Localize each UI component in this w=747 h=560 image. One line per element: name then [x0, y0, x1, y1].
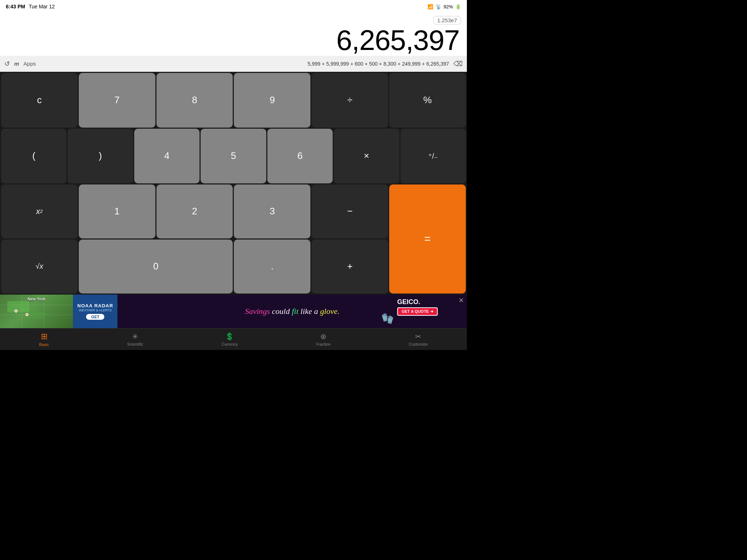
tab-currency[interactable]: 💲 Currency [216, 331, 244, 348]
button-2[interactable]: 2 [156, 184, 233, 238]
tab-fraction-label: Fraction [316, 342, 330, 346]
battery-label: 92% [444, 4, 453, 9]
ad-close-button[interactable]: ✕ [457, 296, 465, 305]
tab-scientific-label: Scientific [127, 342, 143, 346]
expression-text: 5,999 + 5,999,999 + 600 + 500 + 8,300 + … [40, 61, 449, 67]
button-0[interactable]: 0 [79, 240, 233, 293]
button-row-2: ( ) 4 5 6 × ⁺/₋ [1, 129, 466, 183]
scientific-notation: 1.253e7 [433, 16, 461, 24]
divide-button[interactable]: ÷ [311, 73, 388, 128]
tab-scientific[interactable]: ✳ Scientific [121, 331, 149, 348]
gloves-icon: 🧤 [381, 312, 394, 324]
percent-button[interactable]: % [389, 73, 466, 128]
status-time: 6:43 PM [6, 4, 25, 9]
tab-scientific-icon: ✳ [132, 332, 138, 341]
button-6[interactable]: 6 [267, 129, 333, 183]
noaa-subtitle: WEATHER & ALERTS [79, 308, 112, 312]
tab-customize-icon: ✂ [415, 332, 421, 341]
add-button[interactable]: + [311, 240, 388, 293]
tab-basic-label: Basic [39, 342, 49, 347]
status-bar: 6:43 PM Tue Mar 12 📶 📡 92% 🔋 [0, 0, 467, 13]
decimal-button[interactable]: . [234, 240, 310, 293]
button-rows-3-4: x2123−=√x0.+ [1, 184, 466, 294]
button-grid: c 7 8 9 ÷ % ( ) 4 5 6 × ⁺/₋ x2123−=√x0.+ [0, 72, 467, 295]
multiply-button[interactable]: × [334, 129, 399, 183]
sqrt-button[interactable]: √x [1, 240, 78, 293]
battery-icon: 🔋 [455, 4, 461, 9]
button-9[interactable]: 9 [234, 73, 310, 128]
main-display: 6,265,397 [336, 26, 461, 54]
button-1[interactable]: 1 [79, 184, 155, 238]
tab-fraction-icon: ⊛ [320, 332, 326, 341]
backspace-button[interactable]: ⌫ [453, 60, 462, 68]
noaa-get-button[interactable]: GET [86, 314, 105, 320]
button-row-1: c 7 8 9 ÷ % [1, 73, 466, 128]
clear-button[interactable]: c [1, 73, 78, 128]
ad-map[interactable]: New York [0, 295, 73, 328]
geico-logo: GEICO. GET A QUOTE ➔ [397, 298, 438, 316]
app-container: 6:43 PM Tue Mar 12 📶 📡 92% 🔋 1.253e7 6,2… [0, 0, 467, 350]
tab-fraction[interactable]: ⊛ Fraction [310, 331, 336, 348]
tab-customize-label: Customize [409, 342, 428, 346]
geico-quote-button[interactable]: GET A QUOTE ➔ [397, 307, 438, 316]
plus-minus-button[interactable]: ⁺/₋ [400, 129, 466, 183]
subtract-button[interactable]: − [311, 184, 388, 238]
memory-button[interactable]: m [14, 61, 19, 67]
map-dot-2 [26, 313, 28, 316]
apps-button[interactable]: Apps [23, 61, 36, 67]
ad-banner: New York NOAA RADAR WEATHER & ALERTS GET… [0, 295, 467, 328]
button-8[interactable]: 8 [156, 73, 233, 128]
expression-bar: ↺ m Apps 5,999 + 5,999,999 + 600 + 500 +… [0, 56, 467, 72]
open-paren-button[interactable]: ( [1, 129, 66, 183]
button-7[interactable]: 7 [79, 73, 155, 128]
ad-noaa[interactable]: NOAA RADAR WEATHER & ALERTS GET [73, 295, 117, 328]
close-paren-button[interactable]: ) [67, 129, 133, 183]
button-4[interactable]: 4 [134, 129, 200, 183]
tab-currency-icon: 💲 [225, 332, 234, 341]
status-date: Tue Mar 12 [29, 4, 55, 9]
tab-basic-icon: ⊞ [41, 332, 47, 341]
display-area: 1.253e7 6,265,397 [0, 13, 467, 56]
history-icon[interactable]: ↺ [4, 60, 10, 68]
ad-geico[interactable]: Savings could fit like a glove. GEICO. G… [117, 295, 467, 328]
map-dot-1 [15, 310, 18, 312]
equals-button[interactable]: = [389, 184, 466, 294]
tab-currency-label: Currency [221, 342, 238, 346]
signal-icon: 📶 [427, 4, 433, 9]
xsquared-button[interactable]: x2 [1, 184, 78, 238]
wifi-icon: 📡 [436, 4, 441, 9]
button-3[interactable]: 3 [234, 184, 310, 238]
tab-basic[interactable]: ⊞ Basic [33, 330, 55, 348]
calc-section: c 7 8 9 ÷ % ( ) 4 5 6 × ⁺/₋ x2123−=√x0.+ [0, 72, 467, 295]
tab-bar: ⊞ Basic ✳ Scientific 💲 Currency ⊛ Fracti… [0, 328, 467, 350]
ad-savings-text: Savings could fit like a glove. [245, 307, 340, 316]
status-icons: 📶 📡 92% 🔋 [427, 4, 461, 9]
map-ny-label: New York [27, 297, 45, 301]
tab-customize[interactable]: ✂ Customize [403, 331, 434, 348]
noaa-title: NOAA RADAR [77, 303, 113, 308]
button-5[interactable]: 5 [201, 129, 266, 183]
